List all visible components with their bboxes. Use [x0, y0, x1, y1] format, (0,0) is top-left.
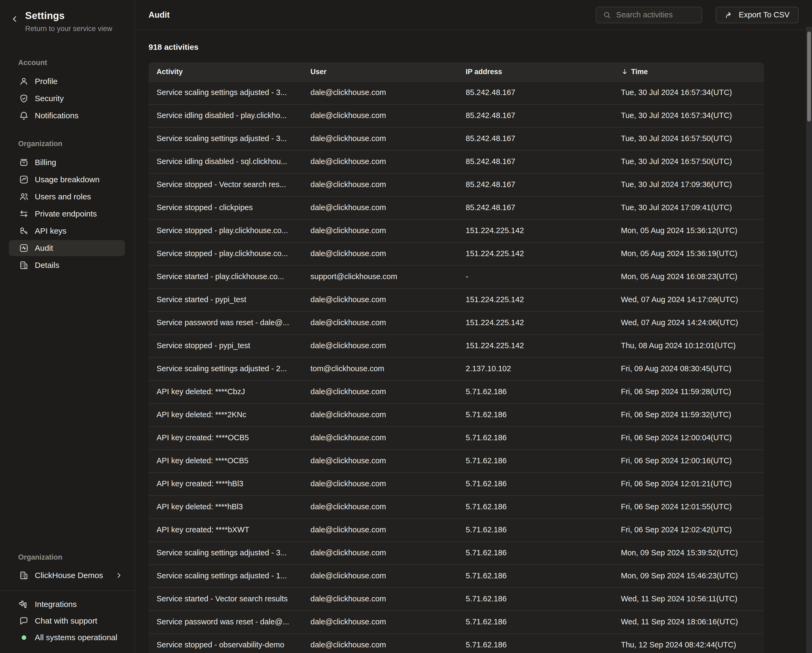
cell-activity: API key created: ****bXWT [148, 519, 302, 542]
table-row: Service started - play.clickhouse.co... … [148, 265, 764, 288]
cell-activity: Service started - play.clickhouse.co... [148, 266, 302, 288]
cell-ip-address: 5.71.62.186 [458, 634, 613, 653]
page-title: Audit [148, 10, 170, 20]
cell-user: dale@clickhouse.com [302, 82, 458, 104]
sidebar-item-usage-breakdown[interactable]: Usage breakdown [9, 172, 125, 188]
sidebar-subtitle: Return to your service view [25, 24, 112, 33]
cell-ip-address: 85.242.48.167 [458, 82, 613, 104]
cell-ip-address: 5.71.62.186 [458, 565, 613, 587]
column-header-user[interactable]: User [302, 68, 458, 76]
cell-ip-address: 151.224.225.142 [458, 335, 613, 357]
cell-time: Tue, 30 Jul 2024 17:09:41(UTC) [613, 197, 764, 219]
bell-icon [19, 111, 29, 121]
keys-icon [19, 226, 29, 236]
activities-count: 918 activities [148, 43, 812, 52]
cell-ip-address: 85.242.48.167 [458, 197, 613, 219]
cell-activity: Service idling disabled - sql.clickhou..… [148, 151, 302, 173]
cell-user: support@clickhouse.com [302, 266, 458, 288]
sidebar-item-label: Billing [35, 158, 56, 167]
export-arrow-icon [725, 11, 734, 20]
cell-time: Wed, 11 Sep 2024 10:56:11(UTC) [613, 588, 764, 610]
cell-ip-address: 5.71.62.186 [458, 473, 613, 495]
sidebar-item-api-keys[interactable]: API keys [9, 223, 125, 239]
cell-user: dale@clickhouse.com [302, 128, 458, 150]
cell-user: dale@clickhouse.com [302, 381, 458, 403]
cell-activity: Service idling disabled - play.clickho..… [148, 105, 302, 127]
table-body: Service scaling settings adjusted - 3...… [148, 81, 764, 653]
table-row: Service stopped - clickpipes dale@clickh… [148, 196, 764, 219]
cell-time: Fri, 06 Sep 2024 11:59:28(UTC) [613, 381, 764, 403]
sidebar-item-chat-with-support[interactable]: Chat with support [9, 613, 125, 629]
sidebar-item-audit[interactable]: Audit [9, 240, 125, 256]
sidebar-item-notifications[interactable]: Notifications [9, 108, 125, 124]
vertical-scrollbar-track[interactable] [806, 27, 812, 653]
cell-time: Fri, 06 Sep 2024 12:00:16(UTC) [613, 450, 764, 472]
cell-activity: Service stopped - Vector search res... [148, 174, 302, 196]
main-area: Audit Export To CSV 918 activities Activ… [136, 0, 812, 653]
cell-activity: API key deleted: ****CbzJ [148, 381, 302, 403]
cell-user: dale@clickhouse.com [302, 588, 458, 610]
cell-time: Fri, 06 Sep 2024 12:01:21(UTC) [613, 473, 764, 495]
sidebar-item-label: Profile [35, 77, 58, 86]
cell-activity: API key deleted: ****2KNc [148, 404, 302, 426]
chart-icon [19, 174, 29, 185]
cell-user: dale@clickhouse.com [302, 197, 458, 219]
column-header-ip-address[interactable]: IP address [458, 68, 613, 76]
sidebar-item-security[interactable]: Security [9, 90, 125, 107]
cell-user: dale@clickhouse.com [302, 634, 458, 653]
cell-activity: Service started - pypi_test [148, 289, 302, 311]
cell-ip-address: 5.71.62.186 [458, 427, 613, 449]
cell-user: dale@clickhouse.com [302, 220, 458, 242]
cell-user: dale@clickhouse.com [302, 565, 458, 587]
back-button[interactable] [10, 14, 19, 24]
table-row: Service idling disabled - play.clickho..… [148, 104, 764, 127]
table-row: API key deleted: ****OCB5 dale@clickhous… [148, 449, 764, 472]
cell-ip-address: 151.224.225.142 [458, 312, 613, 334]
cell-activity: Service scaling settings adjusted - 2... [148, 358, 302, 380]
cell-time: Thu, 12 Sep 2024 08:42:44(UTC) [613, 634, 764, 653]
cell-time: Tue, 30 Jul 2024 16:57:50(UTC) [613, 151, 764, 173]
table-row: Service scaling settings adjusted - 3...… [148, 127, 764, 150]
cell-ip-address: 5.71.62.186 [458, 588, 613, 610]
cell-activity: Service stopped - play.clickhouse.co... [148, 243, 302, 265]
activity-icon [19, 243, 29, 253]
sidebar-item-label: Users and roles [35, 192, 91, 201]
settings-sidebar: Settings Return to your service view Acc… [0, 0, 135, 653]
sidebar-item-billing[interactable]: Billing [9, 154, 125, 171]
sidebar-item-details[interactable]: Details [9, 257, 125, 273]
sidebar-item-integrations[interactable]: Integrations [9, 596, 125, 612]
table-row: Service scaling settings adjusted - 3...… [148, 81, 764, 104]
system-status-link[interactable]: All systems operational [9, 629, 125, 645]
column-header-time[interactable]: Time [613, 68, 764, 76]
sidebar-title: Settings [25, 10, 112, 21]
column-header-activity[interactable]: Activity [148, 68, 302, 76]
organization-switcher[interactable]: ClickHouse Demos [9, 568, 125, 583]
sidebar-item-profile[interactable]: Profile [9, 73, 125, 89]
cell-ip-address: 5.71.62.186 [458, 450, 613, 472]
cell-activity: Service password was reset - dale@... [148, 611, 302, 633]
sidebar-item-label: Security [35, 94, 64, 103]
table-row: Service password was reset - dale@... da… [148, 311, 764, 334]
cell-time: Mon, 05 Aug 2024 15:36:19(UTC) [613, 243, 764, 265]
cell-time: Thu, 08 Aug 2024 10:12:01(UTC) [613, 335, 764, 357]
audit-table: Activity User IP address Time Service sc… [148, 63, 764, 653]
sidebar-item-label: Chat with support [35, 616, 97, 626]
export-csv-button[interactable]: Export To CSV [716, 7, 798, 23]
table-row: Service scaling settings adjusted - 1...… [148, 565, 764, 587]
search-input[interactable] [616, 11, 695, 19]
table-row: Service stopped - Vector search res... d… [148, 173, 764, 196]
cell-user: dale@clickhouse.com [302, 105, 458, 127]
table-row: Service idling disabled - sql.clickhou..… [148, 150, 764, 173]
cell-user: dale@clickhouse.com [302, 174, 458, 196]
cell-ip-address: - [458, 266, 613, 288]
cell-user: tom@clickhouse.com [302, 358, 458, 380]
cell-user: dale@clickhouse.com [302, 151, 458, 173]
cell-ip-address: 5.71.62.186 [458, 496, 613, 519]
vertical-scrollbar-thumb[interactable] [807, 32, 811, 122]
cell-time: Fri, 06 Sep 2024 11:59:32(UTC) [613, 404, 764, 426]
sidebar-item-private-endpoints[interactable]: Private endpoints [9, 206, 125, 222]
search-icon [603, 11, 611, 19]
sidebar-item-users-and-roles[interactable]: Users and roles [9, 189, 125, 205]
cell-time: Fri, 06 Sep 2024 12:00:04(UTC) [613, 427, 764, 449]
table-row: Service password was reset - dale@... da… [148, 610, 764, 633]
